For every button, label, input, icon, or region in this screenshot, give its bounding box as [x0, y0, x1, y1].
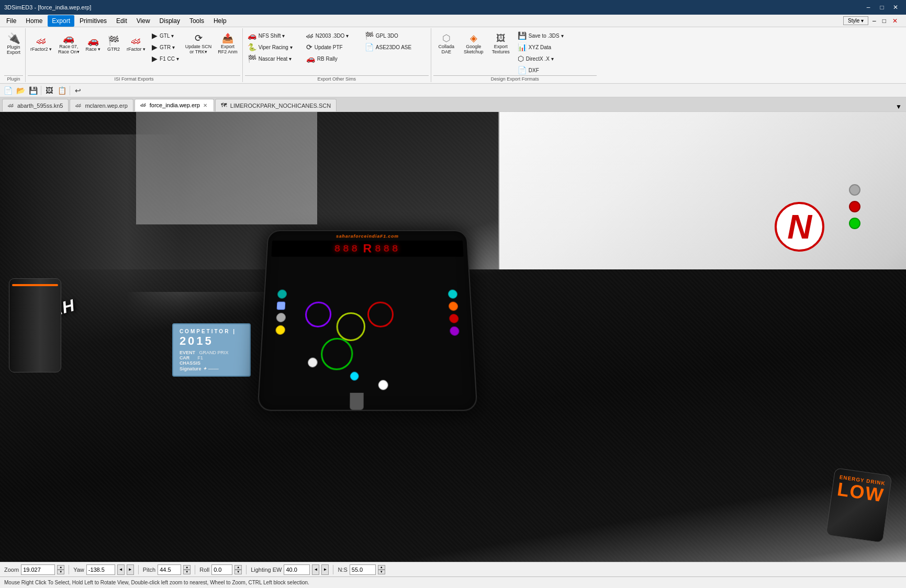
undo-button[interactable]: ↩ [72, 85, 84, 96]
menu-file[interactable]: File [2, 15, 20, 27]
menubar: File Home Export Primitives Edit View Di… [0, 15, 906, 27]
dot-red [849, 201, 860, 212]
yaw-left[interactable]: ◄ [117, 564, 125, 575]
f1cc-button[interactable]: ▶ F1 CC ▾ [149, 53, 182, 64]
zoom-spinner: ▲ ▼ [57, 565, 64, 574]
race07-button[interactable]: 🚗 Race 07,Race On▾ [55, 29, 82, 59]
xyz-data-button[interactable]: 📊 XYZ Data [515, 42, 583, 52]
lighting-label: Lighting EW [251, 567, 282, 573]
tab-mclaren[interactable]: 🏎 mclaren.wep.erp [70, 99, 133, 111]
tab-force-india-icon: 🏎 [140, 101, 148, 109]
plugin-section: 🔌 PluginExport Plugin [2, 28, 26, 82]
design-section: ⬡ ColladaDAE ◈ GoogleSketchup 🖼 ExportTe… [431, 28, 599, 82]
statusbar2: Mouse Right Click To Select, Hold Left t… [0, 576, 906, 588]
ns-up[interactable]: ▲ [378, 565, 385, 570]
ns-input[interactable] [350, 564, 376, 575]
steering-wheel: saharaforceindiaF1.com 888 R 888 [257, 230, 477, 411]
fi-top-text: saharaforceindiaF1.com [268, 231, 466, 240]
open-button[interactable]: 📂 [15, 85, 26, 96]
menu-view[interactable]: View [132, 15, 154, 27]
competitor-badge: COMPETITOR | 2015 EVENT GRAND PRIX CAR F… [172, 323, 251, 377]
gtr-button[interactable]: ▶ GTR ▾ [149, 42, 182, 52]
menu-home[interactable]: Home [21, 15, 47, 27]
indicator-dots [849, 184, 860, 229]
gtr2-button[interactable]: 🏁 GTR2 [104, 29, 123, 59]
menu-edit[interactable]: Edit [112, 15, 131, 27]
minimize-icon[interactable]: – [870, 16, 878, 26]
image-button[interactable]: 🖼 [43, 85, 55, 96]
ns-down[interactable]: ▼ [378, 570, 385, 574]
nfs-shift-button[interactable]: 🚗 NFS Shift ▾ [245, 30, 303, 41]
maximize-button[interactable]: □ [876, 2, 888, 13]
yaw-right[interactable]: ► [127, 564, 134, 575]
pitch-up[interactable]: ▲ [183, 565, 191, 570]
save-3ds-button[interactable]: 💾 Save to .3DS ▾ [515, 30, 583, 41]
race-button[interactable]: 🚗 Race ▾ [83, 29, 104, 59]
dot-green [849, 218, 860, 229]
lighting-right[interactable]: ► [321, 564, 329, 575]
export-rf2anm-button[interactable]: 📤 ExportRF2 Anm [215, 29, 240, 59]
toolbar2: 📄 📂 💾 🖼 📋 ↩ [0, 84, 906, 97]
sep2 [138, 565, 139, 574]
lighting-left[interactable]: ◄ [312, 564, 319, 575]
tab-force-india-label: force_india.wep.erp [150, 102, 200, 108]
directx-button[interactable]: ⬡ DirectX .X ▾ [515, 53, 583, 64]
sep3 [195, 565, 195, 574]
rfactor-button[interactable]: 🏎 rFactor ▾ [124, 29, 148, 59]
roll-down[interactable]: ▼ [234, 570, 242, 574]
zoom-up[interactable]: ▲ [57, 565, 64, 570]
yaw-label: Yaw [73, 567, 84, 573]
update-ptf-button[interactable]: ⟳ Update PTF [304, 42, 361, 52]
close-button[interactable]: ✕ [889, 2, 902, 13]
plugin-export-button[interactable]: 🔌 PluginExport [4, 29, 23, 59]
zoom-input[interactable] [21, 564, 55, 575]
tab-abarth[interactable]: 🏎 abarth_595ss.kn5 [2, 99, 69, 111]
yaw-input[interactable] [86, 564, 115, 575]
tab-mclaren-icon: 🏎 [75, 102, 83, 109]
pitch-label: Pitch [143, 567, 155, 573]
other-sims-section: 🚗 NFS Shift ▾ 🐍 Viper Racing ▾ 🏁 saharaf… [243, 28, 431, 82]
style-button[interactable]: Style ▾ [843, 16, 868, 25]
pitch-input[interactable] [158, 564, 181, 575]
dxf-button[interactable]: 📄 DXF [515, 65, 583, 75]
menu-help[interactable]: Help [209, 15, 231, 27]
n2003-button[interactable]: 🏎 N2003 .3DO ▾ [304, 30, 361, 41]
update-scn-button[interactable]: ⟳ Update SCNor TRK▾ [183, 29, 215, 59]
gtl-button[interactable]: ▶ GTL ▾ [149, 30, 182, 41]
menu-display[interactable]: Display [155, 15, 184, 27]
energy-can-text: LOW [836, 480, 886, 505]
minimize-button[interactable]: – [862, 2, 875, 13]
collada-dae-button[interactable]: ⬡ ColladaDAE [433, 29, 460, 59]
tab-force-india-close[interactable]: ✕ [202, 102, 208, 109]
rb-rally-button[interactable]: 🚗 RB Rally [304, 53, 361, 64]
pitch-down[interactable]: ▼ [183, 570, 191, 574]
rfactor2-button[interactable]: 🏎 rFactor2 ▾ [28, 29, 54, 59]
viper-racing-button[interactable]: 🐍 Viper Racing ▾ [245, 42, 303, 52]
nascar-heat-button[interactable]: 🏁 saharaforceindiaF1.comNascar Heat ▾ [245, 53, 303, 64]
tab-mclaren-label: mclaren.wep.erp [85, 103, 127, 109]
lighting-input[interactable] [284, 564, 310, 575]
google-sketchup-button[interactable]: ◈ GoogleSketchup [461, 29, 487, 59]
export-textures-button[interactable]: 🖼 ExportTextures [488, 29, 514, 59]
gpl-3do-button[interactable]: 🏁 GPL 3DO [362, 30, 420, 41]
roll-input[interactable] [211, 564, 232, 575]
restore-icon[interactable]: □ [880, 16, 888, 26]
save-button[interactable]: 💾 [27, 85, 39, 96]
roll-spinner: ▲ ▼ [234, 565, 242, 574]
tab-limerock[interactable]: 🗺 LIMEROCKPARK_NOCHICANES.SCN [215, 99, 337, 111]
wheel-grip-bottom [350, 393, 364, 410]
tab-force-india[interactable]: 🏎 force_india.wep.erp ✕ [135, 99, 214, 111]
menu-export[interactable]: Export [48, 15, 74, 27]
new-button[interactable]: 📄 [2, 85, 14, 96]
menu-tools[interactable]: Tools [185, 15, 208, 27]
energy-can: ENERGY DRINK LOW [826, 468, 892, 543]
menu-primitives[interactable]: Primitives [75, 15, 111, 27]
ase23do-button[interactable]: 📄 ASE23DO ASE [362, 42, 420, 52]
zoom-down[interactable]: ▼ [57, 570, 64, 574]
clipboard-button[interactable]: 📋 [56, 85, 68, 96]
roll-up[interactable]: ▲ [234, 565, 242, 570]
n-logo-text: N [787, 210, 812, 244]
yellow-dial [336, 312, 365, 341]
tabs-dropdown[interactable]: ▼ [893, 102, 904, 111]
close-icon[interactable]: ✕ [890, 16, 900, 26]
